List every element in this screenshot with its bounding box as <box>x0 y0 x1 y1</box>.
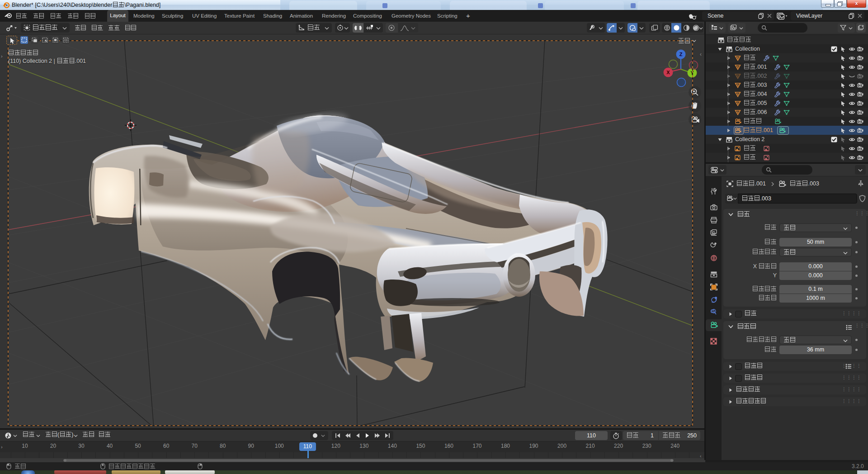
svg-text:Z: Z <box>679 52 683 57</box>
svg-text:X: X <box>666 70 670 75</box>
